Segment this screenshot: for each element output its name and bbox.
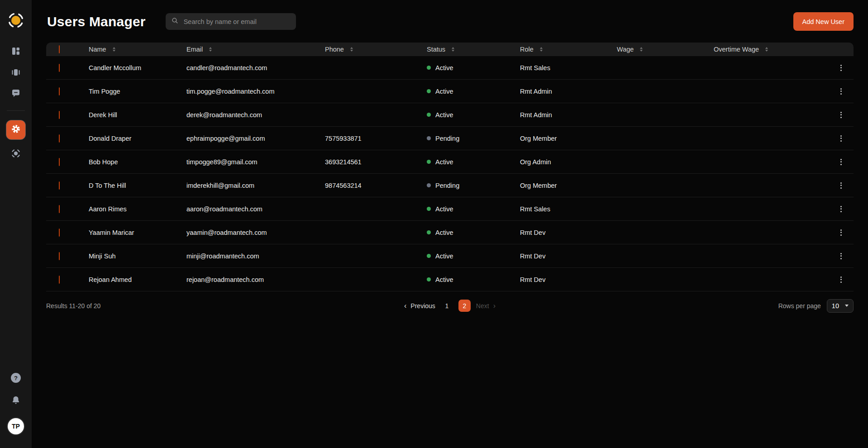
user-name-cell: Tim Pogge [89,88,186,95]
user-role-cell: Org Admin [520,158,617,166]
status-dot [427,66,431,70]
sidebar-item-roadmap[interactable] [10,148,22,161]
column-header-role[interactable]: Role [520,46,617,53]
user-status-cell: Active [427,276,520,283]
app-logo-icon[interactable] [6,11,25,30]
row-checkbox[interactable] [59,181,60,190]
row-checkbox[interactable] [59,87,60,95]
sidebar-item-users-settings[interactable] [6,120,25,139]
row-checkbox[interactable] [59,158,60,166]
user-email-cell: imderekhill@gmail.com [186,182,325,189]
user-role-cell: Rmt Sales [520,205,617,213]
row-actions-menu-icon[interactable] [839,133,844,143]
user-phone-cell: 3693214561 [325,158,427,166]
table-row: Donald Draper ephraimpogge@gmail.com 757… [46,127,854,150]
topbar: Users Manager Add New User [32,0,868,43]
table-row: Candler Mccollum candler@roadmantech.com… [46,56,854,80]
user-role-cell: Rmt Admin [520,88,617,95]
row-actions-menu-icon[interactable] [839,275,844,285]
page-number-1[interactable]: 1 [441,300,453,312]
column-header-phone[interactable]: Phone [325,46,427,53]
add-new-user-button[interactable]: Add New User [793,12,854,31]
row-actions-menu-icon[interactable] [839,204,844,214]
sidebar: ? TP [0,0,32,448]
results-count: Results 11-20 of 20 [46,302,100,310]
sort-icon [113,47,115,52]
column-header-wage[interactable]: Wage [617,46,714,53]
user-name-cell: D To The Hill [89,182,186,189]
select-all-checkbox[interactable] [59,45,60,53]
gear-icon [10,124,21,136]
row-checkbox[interactable] [59,64,60,72]
sidebar-nav [6,46,25,161]
rows-per-page-select[interactable]: 10 [827,299,854,313]
sort-icon [765,47,768,52]
row-checkbox[interactable] [59,111,60,119]
user-status-cell: Pending [427,135,520,142]
row-checkbox[interactable] [59,229,60,237]
row-actions-menu-icon[interactable] [839,86,844,96]
column-header-overtime-wage[interactable]: Overtime Wage [714,46,825,53]
user-avatar[interactable]: TP [8,418,24,434]
kanban-icon [10,67,21,80]
status-dot [427,277,431,281]
sidebar-item-dashboard[interactable] [10,46,22,58]
chat-icon [10,88,21,101]
help-icon[interactable]: ? [11,373,21,383]
status-label: Active [435,111,453,119]
user-status-cell: Active [427,88,520,95]
users-table: Name Email Phone Status Role Wage [46,43,854,291]
row-checkbox[interactable] [59,205,60,213]
row-checkbox[interactable] [59,134,60,143]
status-label: Pending [435,135,459,142]
user-status-cell: Active [427,158,520,166]
user-role-cell: Rmt Dev [520,229,617,236]
column-header-email[interactable]: Email [186,46,325,53]
user-name-cell: Yaamin Maricar [89,229,186,236]
row-actions-menu-icon[interactable] [839,157,844,167]
row-actions-menu-icon[interactable] [839,228,844,238]
status-label: Active [435,229,453,236]
user-status-cell: Active [427,229,520,236]
user-name-cell: Aaron Rimes [89,205,186,213]
sidebar-item-messages[interactable] [10,88,22,101]
caret-down-icon [845,305,849,307]
search-box[interactable] [166,13,296,30]
column-header-name[interactable]: Name [89,46,186,53]
table-row: Minji Suh minji@roadmantech.com Active R… [46,244,854,268]
rows-per-page: Rows per page 10 [778,299,854,313]
row-checkbox[interactable] [59,252,60,260]
next-page-button[interactable]: Next › [476,302,496,310]
row-actions-menu-icon[interactable] [839,63,844,73]
table-row: D To The Hill imderekhill@gmail.com 9874… [46,174,854,197]
search-icon [171,17,179,26]
status-dot [427,254,431,258]
row-actions-menu-icon[interactable] [839,181,844,191]
user-role-cell: Rmt Dev [520,276,617,283]
column-header-status[interactable]: Status [427,46,520,53]
user-email-cell: yaamin@roadmantech.com [186,229,325,236]
user-status-cell: Pending [427,182,520,189]
user-status-cell: Active [427,205,520,213]
user-name-cell: Rejoan Ahmed [89,276,186,283]
search-input[interactable] [183,18,291,26]
user-role-cell: Rmt Sales [520,64,617,71]
row-checkbox[interactable] [59,276,60,284]
status-dot [427,160,431,164]
notifications-bell-icon[interactable] [10,395,21,406]
row-actions-menu-icon[interactable] [839,110,844,120]
page-number-2-current[interactable]: 2 [458,300,471,312]
user-email-cell: aaron@roadmantech.com [186,205,325,213]
previous-page-button[interactable]: ‹ Previous [404,302,435,310]
user-email-cell: candler@roadmantech.com [186,64,325,71]
user-name-cell: Donald Draper [89,135,186,142]
user-role-cell: Rmt Dev [520,253,617,260]
status-label: Pending [435,182,459,189]
sidebar-item-board[interactable] [10,67,22,80]
status-dot [427,136,431,140]
user-role-cell: Org Member [520,135,617,142]
user-email-cell: tim.pogge@roadmantech.com [186,88,325,95]
row-actions-menu-icon[interactable] [839,251,844,261]
user-email-cell: ephraimpogge@gmail.com [186,135,325,142]
status-label: Active [435,64,453,71]
